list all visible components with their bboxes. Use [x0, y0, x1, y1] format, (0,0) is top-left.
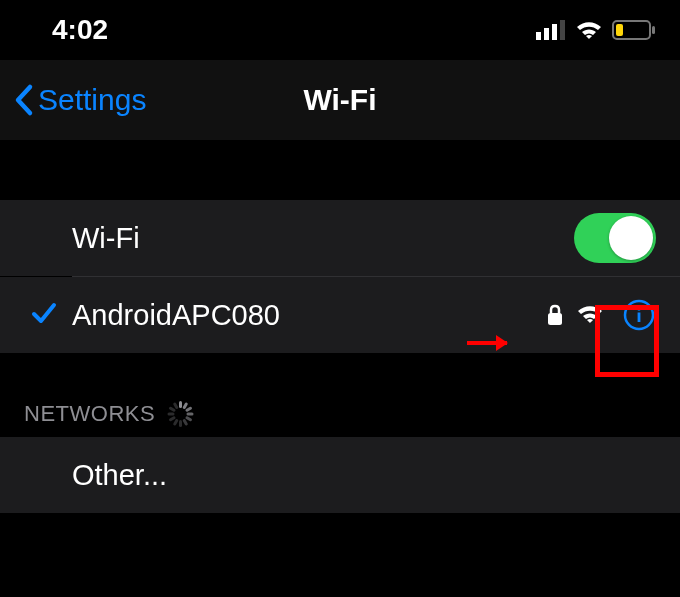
- toggle-knob: [609, 216, 653, 260]
- connected-network-name: AndroidAPC080: [72, 299, 546, 332]
- gap: [0, 140, 680, 200]
- back-button[interactable]: Settings: [12, 83, 146, 117]
- wifi-toggle-label: Wi-Fi: [72, 222, 574, 255]
- status-icons: [536, 19, 656, 41]
- svg-point-9: [637, 307, 641, 311]
- other-label: Other...: [72, 459, 656, 492]
- wifi-status-icon: [574, 19, 604, 41]
- wifi-toggle[interactable]: [574, 213, 656, 263]
- wifi-toggle-row: Wi-Fi: [0, 200, 680, 276]
- svg-rect-5: [652, 26, 655, 34]
- spinner-icon: [167, 401, 193, 427]
- checkmark-icon: [30, 299, 58, 331]
- svg-rect-7: [548, 313, 562, 325]
- svg-rect-3: [560, 20, 565, 40]
- svg-rect-10: [638, 313, 641, 323]
- svg-rect-6: [616, 24, 623, 36]
- networks-label: NETWORKS: [24, 401, 155, 427]
- back-label: Settings: [38, 83, 146, 117]
- annotation-arrow: [467, 341, 507, 345]
- battery-icon: [612, 20, 656, 40]
- networks-section-header: NETWORKS: [0, 383, 680, 437]
- info-icon[interactable]: [622, 298, 656, 332]
- status-time: 4:02: [52, 14, 108, 46]
- svg-rect-2: [552, 24, 557, 40]
- status-bar: 4:02: [0, 0, 680, 60]
- lock-icon: [546, 303, 564, 327]
- nav-bar: Settings Wi-Fi: [0, 60, 680, 140]
- nav-title: Wi-Fi: [303, 83, 376, 117]
- chevron-left-icon: [12, 83, 34, 117]
- svg-rect-0: [536, 32, 541, 40]
- connected-network-row[interactable]: AndroidAPC080: [0, 277, 680, 353]
- cellular-icon: [536, 20, 566, 40]
- gap: [0, 353, 680, 383]
- other-network-row[interactable]: Other...: [0, 437, 680, 513]
- row-accessories: [546, 298, 656, 332]
- wifi-signal-icon: [576, 304, 604, 326]
- svg-rect-1: [544, 28, 549, 40]
